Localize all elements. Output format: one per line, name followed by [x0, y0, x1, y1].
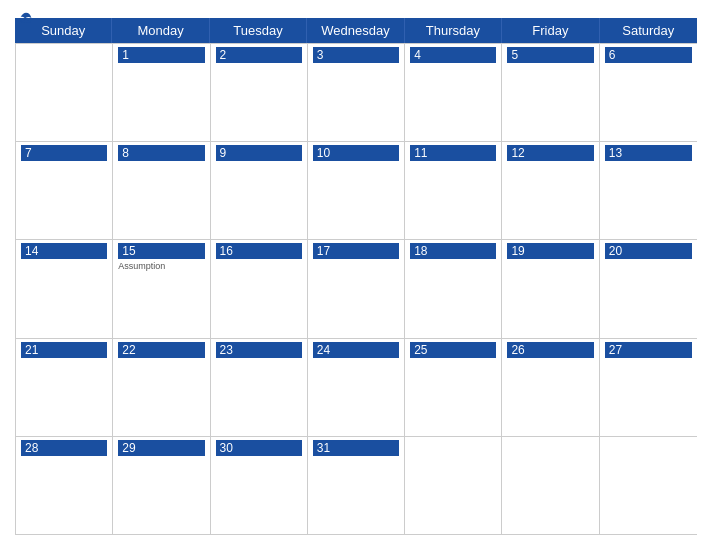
day-number: 12: [507, 145, 593, 161]
day-headers: SundayMondayTuesdayWednesdayThursdayFrid…: [15, 18, 697, 43]
day-number: 17: [313, 243, 399, 259]
week-row-5: 28293031: [16, 436, 697, 534]
day-cell: 1: [113, 44, 210, 141]
day-cell: 16: [211, 240, 308, 337]
day-cell: 17: [308, 240, 405, 337]
day-number: 25: [410, 342, 496, 358]
day-number: 5: [507, 47, 593, 63]
day-cell: 13: [600, 142, 697, 239]
day-number: 21: [21, 342, 107, 358]
day-cell: 14: [16, 240, 113, 337]
day-number: 16: [216, 243, 302, 259]
day-cell: 9: [211, 142, 308, 239]
day-number: 4: [410, 47, 496, 63]
day-cell: 23: [211, 339, 308, 436]
calendar-grid: SundayMondayTuesdayWednesdayThursdayFrid…: [15, 18, 697, 535]
day-number: 9: [216, 145, 302, 161]
day-cell: [405, 437, 502, 534]
day-cell: 15Assumption: [113, 240, 210, 337]
day-number: 26: [507, 342, 593, 358]
day-number: 2: [216, 47, 302, 63]
day-cell: 2: [211, 44, 308, 141]
day-cell: 18: [405, 240, 502, 337]
day-number: 24: [313, 342, 399, 358]
day-number: 3: [313, 47, 399, 63]
day-number: 13: [605, 145, 692, 161]
day-cell: 8: [113, 142, 210, 239]
day-header-monday: Monday: [112, 18, 209, 43]
day-cell: 11: [405, 142, 502, 239]
day-number: 11: [410, 145, 496, 161]
day-number: 10: [313, 145, 399, 161]
day-number: 27: [605, 342, 692, 358]
day-header-wednesday: Wednesday: [307, 18, 404, 43]
day-cell: 21: [16, 339, 113, 436]
day-number: 23: [216, 342, 302, 358]
day-number: 1: [118, 47, 204, 63]
day-cell: 28: [16, 437, 113, 534]
day-cell: [502, 437, 599, 534]
day-number: 31: [313, 440, 399, 456]
week-row-4: 21222324252627: [16, 338, 697, 436]
logo: [15, 10, 35, 28]
week-row-3: 1415Assumption1617181920: [16, 239, 697, 337]
day-cell: 26: [502, 339, 599, 436]
day-header-saturday: Saturday: [600, 18, 697, 43]
logo-bird-icon: [17, 10, 35, 28]
day-cell: 4: [405, 44, 502, 141]
logo-blue-text: [15, 10, 35, 28]
day-number: 6: [605, 47, 692, 63]
day-cell: 12: [502, 142, 599, 239]
day-number: 14: [21, 243, 107, 259]
day-number: 8: [118, 145, 204, 161]
day-cell: 5: [502, 44, 599, 141]
day-header-thursday: Thursday: [405, 18, 502, 43]
week-row-1: 123456: [16, 43, 697, 141]
week-row-2: 78910111213: [16, 141, 697, 239]
day-cell: 27: [600, 339, 697, 436]
day-number: 30: [216, 440, 302, 456]
day-number: 7: [21, 145, 107, 161]
day-cell: 10: [308, 142, 405, 239]
day-cell: 24: [308, 339, 405, 436]
day-number: 19: [507, 243, 593, 259]
day-cell: 30: [211, 437, 308, 534]
day-cell: 20: [600, 240, 697, 337]
day-number: 18: [410, 243, 496, 259]
day-cell: [600, 437, 697, 534]
day-cell: 22: [113, 339, 210, 436]
day-number: 15: [118, 243, 204, 259]
day-header-tuesday: Tuesday: [210, 18, 307, 43]
day-cell: 31: [308, 437, 405, 534]
day-cell: 25: [405, 339, 502, 436]
day-number: 20: [605, 243, 692, 259]
weeks-container: 123456789101112131415Assumption161718192…: [15, 43, 697, 535]
day-number: 28: [21, 440, 107, 456]
day-cell: 7: [16, 142, 113, 239]
day-cell: 19: [502, 240, 599, 337]
holiday-label: Assumption: [118, 261, 204, 272]
day-number: 29: [118, 440, 204, 456]
day-cell: 3: [308, 44, 405, 141]
day-cell: [16, 44, 113, 141]
day-header-friday: Friday: [502, 18, 599, 43]
day-number: 22: [118, 342, 204, 358]
day-cell: 29: [113, 437, 210, 534]
day-cell: 6: [600, 44, 697, 141]
calendar-container: SundayMondayTuesdayWednesdayThursdayFrid…: [0, 0, 712, 550]
